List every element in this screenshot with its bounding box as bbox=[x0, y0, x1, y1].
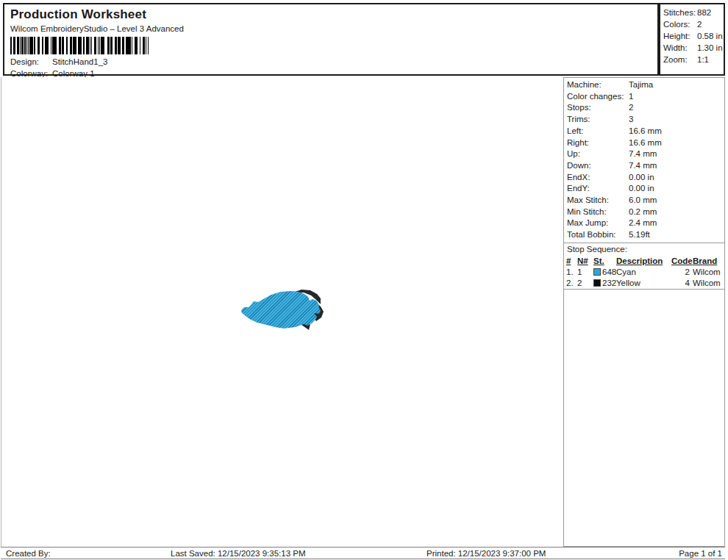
stop-col-header-text: N# bbox=[577, 256, 588, 265]
stop-col-header: N# bbox=[577, 256, 593, 267]
info-value: 2.4 mm bbox=[629, 218, 657, 229]
machine-info-row: Left:16.6 mm bbox=[564, 126, 724, 137]
software-subtitle: Wilcom EmbroideryStudio – Level 3 Advanc… bbox=[10, 24, 184, 33]
page-title: Production Worksheet bbox=[10, 7, 146, 22]
info-value: 0.2 mm bbox=[629, 207, 657, 218]
design-value: StitchHand1_3 bbox=[52, 57, 107, 66]
stop-sequence-divider bbox=[564, 289, 724, 290]
stat-row: Stitches:882 bbox=[660, 7, 724, 18]
stop-col-header: Description bbox=[616, 256, 671, 267]
stop-col-header-text: Code bbox=[671, 256, 693, 265]
stop-needle-cell: 1 bbox=[577, 267, 593, 278]
info-value: 6.0 mm bbox=[629, 195, 657, 207]
stop-col-header: # bbox=[566, 256, 577, 267]
machine-info-row: Min Stitch:0.2 mm bbox=[564, 207, 724, 218]
design-canvas bbox=[1, 77, 563, 547]
machine-info-row: EndX:0.00 in bbox=[564, 172, 724, 184]
info-label: Max Jump: bbox=[567, 218, 608, 227]
last-saved-text: Last Saved: 12/15/2023 9:35:13 PM bbox=[171, 548, 306, 559]
info-value: Tajima bbox=[629, 79, 653, 91]
machine-info-row: Max Jump:2.4 mm bbox=[564, 218, 724, 229]
page-number: Page 1 of 1 bbox=[679, 548, 722, 559]
info-label: EndY: bbox=[567, 184, 590, 193]
info-label: Total Bobbin: bbox=[567, 230, 616, 239]
info-label: Trims: bbox=[567, 115, 590, 123]
stat-value: 2 bbox=[697, 20, 702, 29]
stop-needle-cell: 2 bbox=[577, 278, 593, 289]
thread-color-swatch bbox=[593, 268, 601, 276]
stat-row: Height:0.58 in bbox=[660, 30, 724, 42]
machine-info-panel: Machine:TajimaColor changes:1Stops:2Trim… bbox=[563, 77, 725, 547]
header-box: Production Worksheet Wilcom EmbroiderySt… bbox=[3, 3, 659, 76]
stop-brand-cell: Wilcom bbox=[693, 278, 724, 289]
info-value: 16.6 mm bbox=[629, 126, 662, 137]
info-label: Up: bbox=[567, 149, 580, 158]
stop-stitch-count: 232 bbox=[602, 279, 616, 287]
machine-info-row: Color changes:1 bbox=[564, 91, 724, 103]
stop-stitch-count: 648 bbox=[602, 268, 616, 276]
stop-sequence-table: #N#St.DescriptionCodeBrand 1.1648Cyan2Wi… bbox=[566, 256, 724, 289]
info-value: 0.00 in bbox=[629, 183, 654, 195]
stat-label: Colors: bbox=[663, 18, 697, 30]
thread-color-swatch bbox=[593, 279, 601, 287]
stop-sequence-title: Stop Sequence: bbox=[564, 243, 724, 255]
info-value: 0.00 in bbox=[629, 172, 654, 184]
stat-row: Colors:2 bbox=[660, 18, 724, 30]
production-worksheet-page: { "header": { "title": "Production Works… bbox=[0, 0, 728, 560]
printed-text: Printed: 12/15/2023 9:37:00 PM bbox=[427, 548, 546, 559]
created-by-label: Created By: bbox=[6, 548, 51, 559]
machine-info-row: Trims:3 bbox=[564, 114, 724, 126]
info-label: Left: bbox=[567, 126, 583, 135]
stop-col-header-text: # bbox=[566, 256, 571, 265]
stop-code-cell: 2 bbox=[671, 267, 693, 278]
stop-brand-cell: Wilcom bbox=[693, 267, 724, 278]
info-value: 5.19ft bbox=[629, 229, 650, 241]
info-value: 1 bbox=[629, 91, 633, 103]
stop-sequence-header-row: #N#St.DescriptionCodeBrand bbox=[566, 256, 724, 267]
machine-info-row: EndY:0.00 in bbox=[564, 183, 724, 195]
machine-info-rows: Machine:TajimaColor changes:1Stops:2Trim… bbox=[564, 78, 724, 241]
stop-col-header-text: St. bbox=[593, 256, 604, 265]
info-label: Min Stitch: bbox=[567, 207, 607, 216]
design-label: Design: bbox=[10, 57, 52, 66]
stat-row: Zoom:1:1 bbox=[660, 54, 724, 65]
info-value: 7.4 mm bbox=[629, 160, 657, 172]
stop-description-cell: Yellow bbox=[616, 278, 671, 289]
stat-label: Width: bbox=[663, 42, 697, 54]
machine-info-row: Total Bobbin:5.19ft bbox=[564, 229, 724, 241]
stop-sequence-row: 2.2232Yellow4Wilcom bbox=[566, 278, 724, 289]
stop-col-header: Code bbox=[671, 256, 693, 267]
stop-num-cell: 1. bbox=[566, 267, 577, 278]
stop-code-cell: 4 bbox=[671, 278, 693, 289]
stat-label: Zoom: bbox=[663, 54, 697, 65]
machine-info-row: Machine:Tajima bbox=[564, 79, 724, 91]
info-value: 7.4 mm bbox=[629, 148, 657, 160]
stop-col-header-text: Brand bbox=[693, 256, 717, 265]
stats-box: Stitches:882Colors:2Height:0.58 inWidth:… bbox=[659, 3, 725, 76]
stat-value: 882 bbox=[697, 8, 711, 17]
stat-value: 1:1 bbox=[697, 55, 709, 64]
machine-info-row: Right:16.6 mm bbox=[564, 137, 724, 149]
stat-label: Height: bbox=[663, 30, 697, 42]
stop-stitch-cell: 648 bbox=[593, 267, 616, 278]
info-value: 16.6 mm bbox=[629, 137, 662, 149]
info-label: Machine: bbox=[567, 80, 602, 89]
info-value: 3 bbox=[629, 114, 633, 126]
design-preview bbox=[238, 288, 331, 334]
stop-sequence-section: Stop Sequence: #N#St.DescriptionCodeBran… bbox=[564, 243, 724, 290]
stop-col-header-text: Description bbox=[616, 256, 663, 265]
stop-stitch-cell: 232 bbox=[593, 278, 616, 289]
machine-info-row: Stops:2 bbox=[564, 102, 724, 114]
design-row: Design:StitchHand1_3 bbox=[10, 57, 107, 66]
stat-row: Width:1.30 in bbox=[660, 42, 724, 54]
stat-value: 1.30 in bbox=[697, 43, 723, 52]
info-label: Max Stitch: bbox=[567, 195, 609, 204]
machine-info-row: Max Stitch:6.0 mm bbox=[564, 195, 724, 207]
info-label: EndX: bbox=[567, 173, 590, 182]
footer-bar: Created By: Last Saved: 12/15/2023 9:35:… bbox=[1, 547, 725, 559]
machine-info-row: Up:7.4 mm bbox=[564, 148, 724, 160]
stop-col-header: Brand bbox=[693, 256, 724, 267]
barcode bbox=[10, 37, 149, 54]
info-label: Right: bbox=[567, 138, 589, 147]
machine-info-row: Down:7.4 mm bbox=[564, 160, 724, 172]
